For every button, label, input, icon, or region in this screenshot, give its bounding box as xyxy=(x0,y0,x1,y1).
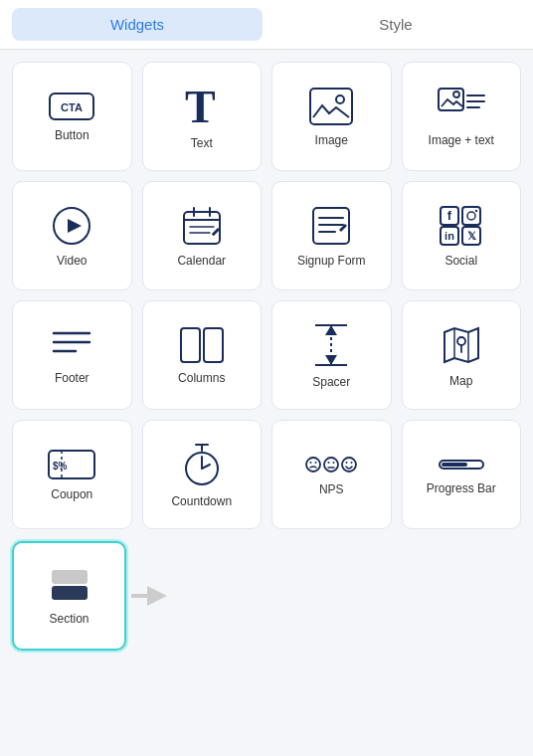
svg-point-55 xyxy=(315,462,317,464)
svg-rect-12 xyxy=(184,212,220,244)
widget-image[interactable]: Image xyxy=(271,62,392,171)
video-icon xyxy=(52,206,91,246)
button-icon: CTA xyxy=(49,93,94,120)
image-text-icon xyxy=(438,88,485,125)
svg-marker-67 xyxy=(131,586,167,606)
widget-button[interactable]: CTA Button xyxy=(12,62,132,171)
svg-point-6 xyxy=(453,92,459,97)
widget-nps[interactable]: NPS xyxy=(271,420,392,529)
widget-map-label: Map xyxy=(449,374,472,388)
svg-point-27 xyxy=(475,210,477,212)
svg-rect-5 xyxy=(439,89,463,110)
svg-line-52 xyxy=(202,465,210,469)
widget-footer[interactable]: Footer xyxy=(12,300,132,410)
svg-point-53 xyxy=(306,458,320,472)
svg-rect-66 xyxy=(52,586,88,600)
svg-point-56 xyxy=(324,458,338,472)
svg-rect-25 xyxy=(462,207,480,225)
widget-spacer-label: Spacer xyxy=(312,375,350,389)
calendar-icon xyxy=(182,206,222,246)
svg-point-54 xyxy=(310,462,312,464)
social-icon: f in 𝕏 xyxy=(440,206,483,246)
svg-rect-64 xyxy=(442,463,467,467)
columns-icon xyxy=(180,327,224,363)
coupon-icon: $% xyxy=(48,450,95,479)
svg-text:𝕏: 𝕏 xyxy=(466,230,475,242)
svg-point-4 xyxy=(336,95,344,103)
last-row: Section xyxy=(0,541,533,662)
svg-marker-11 xyxy=(68,219,82,233)
widget-button-label: Button xyxy=(55,128,89,142)
svg-marker-39 xyxy=(325,355,337,365)
tab-style[interactable]: Style xyxy=(270,8,521,41)
widget-text[interactable]: T Text xyxy=(142,62,263,171)
progress-bar-icon xyxy=(439,456,484,473)
svg-text:$%: $% xyxy=(53,461,68,472)
svg-rect-65 xyxy=(52,570,88,584)
svg-point-61 xyxy=(346,462,348,464)
widget-progress-bar-label: Progress Bar xyxy=(427,481,496,495)
svg-point-60 xyxy=(342,458,356,472)
widget-video-label: Video xyxy=(57,254,87,268)
widget-countdown[interactable]: Countdown xyxy=(142,420,263,529)
svg-rect-36 xyxy=(204,328,223,362)
widget-calendar-label: Calendar xyxy=(177,254,226,268)
signup-form-icon xyxy=(311,206,351,246)
tab-widgets[interactable]: Widgets xyxy=(12,8,263,41)
widget-text-label: Text xyxy=(191,136,213,150)
widget-footer-label: Footer xyxy=(55,371,89,385)
widget-image-text-label: Image + text xyxy=(429,133,494,147)
widget-signup-form[interactable]: Signup Form xyxy=(271,181,392,290)
widget-coupon-label: Coupon xyxy=(51,487,92,501)
widget-signup-form-label: Signup Form xyxy=(297,254,366,268)
svg-point-62 xyxy=(351,462,353,464)
svg-point-57 xyxy=(328,462,330,464)
widget-social[interactable]: f in 𝕏 Social xyxy=(402,181,522,290)
widget-social-label: Social xyxy=(444,254,477,268)
text-icon: T xyxy=(183,85,221,128)
svg-text:CTA: CTA xyxy=(61,101,83,113)
widget-columns[interactable]: Columns xyxy=(142,300,263,410)
widget-section-label: Section xyxy=(49,612,89,626)
widget-spacer[interactable]: Spacer xyxy=(271,300,392,410)
svg-point-44 xyxy=(457,337,465,345)
svg-marker-38 xyxy=(325,325,337,335)
widget-nps-label: NPS xyxy=(319,482,344,496)
svg-text:in: in xyxy=(444,230,454,242)
map-icon xyxy=(441,324,482,366)
svg-point-58 xyxy=(333,462,335,464)
svg-text:T: T xyxy=(185,85,216,128)
widget-calendar[interactable]: Calendar xyxy=(142,181,263,290)
widget-columns-label: Columns xyxy=(178,371,225,385)
countdown-icon xyxy=(182,443,222,486)
arrow-indicator xyxy=(131,584,167,608)
tab-bar: Widgets Style xyxy=(0,0,533,50)
svg-rect-3 xyxy=(310,89,352,124)
widget-countdown-label: Countdown xyxy=(171,494,232,508)
svg-text:f: f xyxy=(447,208,452,223)
nps-icon xyxy=(305,455,357,474)
image-icon xyxy=(309,88,353,125)
widget-image-label: Image xyxy=(315,133,348,147)
widget-grid: CTA Button T Text Image xyxy=(0,50,533,541)
widget-progress-bar[interactable]: Progress Bar xyxy=(402,420,522,529)
svg-rect-35 xyxy=(181,328,200,362)
footer-icon xyxy=(52,327,91,363)
widget-video[interactable]: Video xyxy=(12,181,132,290)
widget-map[interactable]: Map xyxy=(402,300,522,410)
widget-section[interactable]: Section xyxy=(12,541,126,651)
section-icon xyxy=(48,568,91,604)
widget-image-text[interactable]: Image + text xyxy=(402,62,522,171)
svg-point-26 xyxy=(467,212,475,220)
spacer-icon xyxy=(311,323,351,367)
widget-coupon[interactable]: $% Coupon xyxy=(12,420,132,529)
